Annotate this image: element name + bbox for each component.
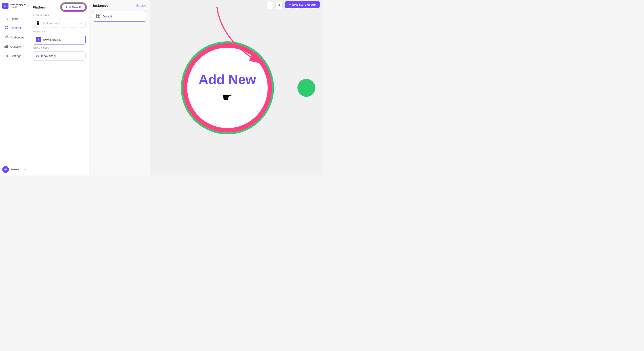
svg-point-13 (278, 4, 280, 6)
home-icon: ⌂ (4, 17, 9, 21)
website-logo-icon: S (36, 37, 41, 42)
sidebar-item-audiences[interactable]: Audiences (1, 33, 28, 42)
sidebar-logo-area: S www.Storyly.io Default (2, 3, 26, 9)
svg-rect-2 (5, 28, 6, 29)
add-new-zoom-overlay: Add New ☛ (183, 43, 272, 132)
svg-rect-10 (98, 14, 100, 16)
sidebar-nav: ⌂ Home Content Audiences Analytics ▾ ⚙ S… (0, 12, 29, 163)
sidebar-site-url: www.Storyly.io (10, 3, 26, 6)
main-area: ··· + New St (150, 0, 322, 176)
instance-default-label: Default (103, 15, 112, 18)
sidebar-site-name: Default (10, 6, 26, 8)
audiences-icon (4, 35, 9, 40)
instances-title: Instances (93, 4, 108, 8)
sidebar-item-settings[interactable]: ⚙ Settings ▾ (1, 52, 28, 60)
add-new-button[interactable]: Add New ☛ (62, 4, 86, 11)
analytics-chevron-icon: ▾ (23, 46, 24, 48)
sidebar-item-content[interactable]: Content (1, 24, 28, 32)
new-story-group-button[interactable]: + New Story Group (285, 1, 320, 8)
svg-rect-8 (7, 45, 8, 48)
sidebar-item-analytics[interactable]: Analytics ▾ (1, 42, 28, 51)
inbox-story-label: Inbox Story (41, 54, 56, 58)
svg-rect-7 (6, 46, 6, 48)
sidebar-site-info: www.Storyly.io Default (10, 3, 26, 8)
add-app-arrow-icon: → (79, 22, 82, 25)
pointer-icon: ☛ (79, 5, 82, 9)
instances-panel: Instances Manage Default (90, 0, 150, 176)
sidebar-item-settings-label: Settings (11, 54, 21, 58)
manage-link[interactable]: Manage (136, 4, 146, 7)
websites-section-label: WEBSITES (33, 30, 86, 33)
sidebar: S www.Storyly.io Default ‹ ⌂ Home Conten… (0, 0, 29, 176)
new-story-group-label: New Story Group (292, 3, 316, 6)
user-name: Marketing Stor... (11, 168, 22, 171)
sidebar-header: S www.Storyly.io Default ‹ (0, 0, 29, 12)
plus-icon: + (289, 3, 291, 6)
settings-chevron-icon: ▾ (23, 55, 24, 57)
svg-point-4 (6, 36, 7, 37)
mobile-icon: 📱 (36, 21, 40, 25)
sidebar-item-analytics-label: Analytics (10, 45, 22, 48)
add-app-label: Add your app (43, 22, 60, 25)
svg-rect-1 (7, 26, 8, 27)
content-icon (4, 26, 9, 30)
svg-rect-9 (96, 14, 98, 16)
more-options-button[interactable]: ··· (266, 2, 274, 9)
sidebar-item-audiences-label: Audiences (11, 36, 24, 39)
sidebar-item-home-label: Home (11, 17, 18, 20)
avatar: MS (2, 166, 9, 173)
add-app-item[interactable]: 📱 Add your app → (33, 18, 86, 28)
inbox-arrow-icon: → (79, 54, 82, 58)
svg-rect-6 (5, 46, 5, 48)
inbox-story-section-label: INBOX STORY (33, 47, 86, 50)
instance-item-default[interactable]: Default (93, 11, 146, 22)
settings-icon: ⚙ (4, 54, 9, 58)
instances-header: Instances Manage (93, 4, 146, 8)
mobile-apps-section-label: MOBILE APPS (33, 14, 86, 17)
search-icon (278, 4, 281, 8)
platform-title: Platform (33, 5, 46, 9)
sidebar-item-content-label: Content (11, 26, 21, 30)
add-new-zoom-text: Add New (198, 72, 256, 87)
sidebar-logo: S (2, 3, 8, 9)
analytics-icon (4, 44, 8, 49)
logout-icon[interactable]: → (24, 168, 26, 171)
svg-point-5 (7, 36, 8, 37)
sidebar-collapse-button[interactable]: ‹ (27, 4, 28, 8)
sidebar-item-home[interactable]: ⌂ Home (1, 14, 28, 23)
platform-panel: Platform Add New ☛ MOBILE APPS 📱 Add you… (29, 0, 90, 176)
search-button[interactable] (276, 2, 283, 9)
website-label: www.storyly.io (43, 38, 61, 41)
instance-icon (96, 14, 100, 19)
platform-header: Platform Add New ☛ (33, 4, 86, 11)
green-dot-decoration (298, 79, 315, 97)
cursor-icon: ☛ (222, 91, 232, 104)
svg-rect-11 (96, 16, 98, 18)
svg-rect-0 (5, 26, 6, 27)
svg-rect-12 (98, 16, 100, 18)
website-item[interactable]: S www.storyly.io (33, 35, 86, 44)
svg-rect-3 (7, 28, 8, 29)
sidebar-footer: MS Marketing Stor... → (0, 163, 29, 176)
inbox-icon: ✉ (36, 54, 39, 58)
svg-line-14 (280, 6, 281, 6)
more-icon: ··· (269, 4, 272, 7)
inbox-story-item[interactable]: ✉ Inbox Story → (33, 52, 86, 60)
